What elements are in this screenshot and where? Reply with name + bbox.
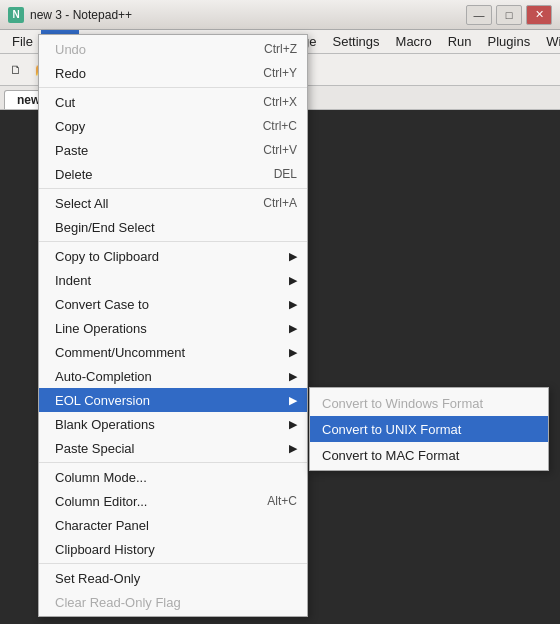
menu-file[interactable]: File [4, 30, 41, 53]
menu-indent[interactable]: Indent ▶ [39, 268, 307, 292]
submenu-convert-unix[interactable]: Convert to UNIX Format [310, 416, 548, 442]
menu-copy[interactable]: Copy Ctrl+C [39, 114, 307, 138]
menu-copy-to-clipboard[interactable]: Copy to Clipboard ▶ [39, 244, 307, 268]
edit-dropdown[interactable]: Undo Ctrl+Z Redo Ctrl+Y Cut Ctrl+X Copy … [38, 34, 308, 617]
menu-clipboard-history[interactable]: Clipboard History [39, 537, 307, 561]
menu-eol-conversion[interactable]: EOL Conversion ▶ Convert to Windows Form… [39, 388, 307, 412]
menu-delete[interactable]: Delete DEL [39, 162, 307, 186]
menu-plugins[interactable]: Plugins [480, 30, 539, 53]
menu-paste-special[interactable]: Paste Special ▶ [39, 436, 307, 460]
menu-section-undoredo: Undo Ctrl+Z Redo Ctrl+Y [39, 35, 307, 88]
minimize-button[interactable]: — [466, 5, 492, 25]
app-icon: N [8, 7, 24, 23]
title-bar: N new 3 - Notepad++ — □ ✕ [0, 0, 560, 30]
menu-redo[interactable]: Redo Ctrl+Y [39, 61, 307, 85]
menu-column-editor[interactable]: Column Editor... Alt+C [39, 489, 307, 513]
menu-paste[interactable]: Paste Ctrl+V [39, 138, 307, 162]
menu-macro[interactable]: Macro [388, 30, 440, 53]
submenu-convert-mac[interactable]: Convert to MAC Format [310, 442, 548, 468]
menu-set-readonly[interactable]: Set Read-Only [39, 566, 307, 590]
eol-submenu[interactable]: Convert to Windows Format Convert to UNI… [309, 387, 549, 471]
menu-section-readonly: Set Read-Only Clear Read-Only Flag [39, 564, 307, 616]
menu-blank-operations[interactable]: Blank Operations ▶ [39, 412, 307, 436]
menu-section-panels: Column Mode... Column Editor... Alt+C Ch… [39, 463, 307, 564]
new-button[interactable]: 🗋 [4, 58, 28, 82]
menu-cut[interactable]: Cut Ctrl+X [39, 90, 307, 114]
menu-window[interactable]: Window [538, 30, 560, 53]
menu-section-submenus: Copy to Clipboard ▶ Indent ▶ Convert Cas… [39, 242, 307, 463]
menu-line-operations[interactable]: Line Operations ▶ [39, 316, 307, 340]
menu-comment-uncomment[interactable]: Comment/Uncomment ▶ [39, 340, 307, 364]
menu-section-select: Select All Ctrl+A Begin/End Select [39, 189, 307, 242]
menu-section-clipboard: Cut Ctrl+X Copy Ctrl+C Paste Ctrl+V Dele… [39, 88, 307, 189]
menu-auto-completion[interactable]: Auto-Completion ▶ [39, 364, 307, 388]
submenu-convert-windows[interactable]: Convert to Windows Format [310, 390, 548, 416]
window-title: new 3 - Notepad++ [30, 8, 132, 22]
menu-column-mode[interactable]: Column Mode... [39, 465, 307, 489]
close-button[interactable]: ✕ [526, 5, 552, 25]
menu-settings[interactable]: Settings [325, 30, 388, 53]
menu-begin-end-select[interactable]: Begin/End Select [39, 215, 307, 239]
menu-clear-readonly[interactable]: Clear Read-Only Flag [39, 590, 307, 614]
menu-run[interactable]: Run [440, 30, 480, 53]
maximize-button[interactable]: □ [496, 5, 522, 25]
menu-character-panel[interactable]: Character Panel [39, 513, 307, 537]
window-controls: — □ ✕ [466, 5, 552, 25]
menu-select-all[interactable]: Select All Ctrl+A [39, 191, 307, 215]
menu-undo[interactable]: Undo Ctrl+Z [39, 37, 307, 61]
menu-convert-case[interactable]: Convert Case to ▶ [39, 292, 307, 316]
